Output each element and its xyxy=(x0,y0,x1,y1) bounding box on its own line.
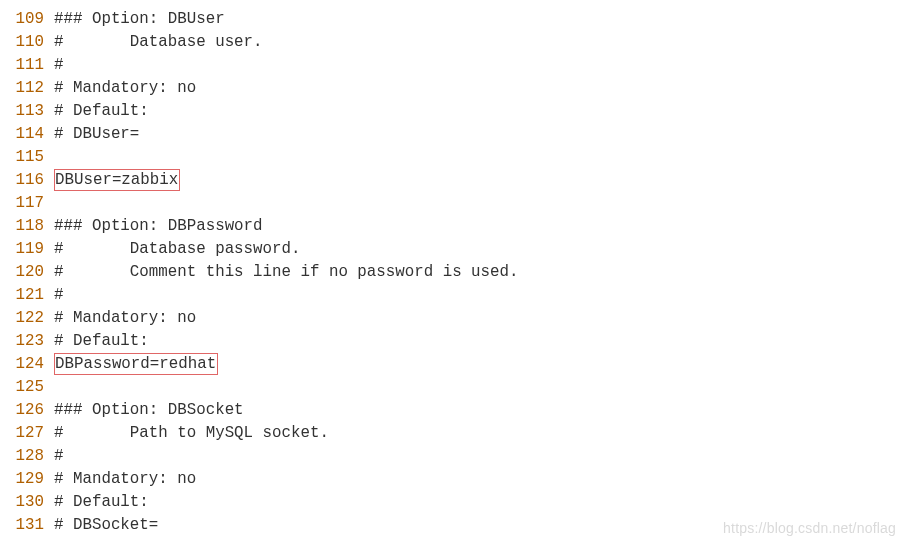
code-line: 117 xyxy=(0,192,908,215)
code-line: 130# Default: xyxy=(0,491,908,514)
code-line: 123# Default: xyxy=(0,330,908,353)
line-number: 110 xyxy=(0,31,54,54)
code-line: 119# Database password. xyxy=(0,238,908,261)
code-line: 126### Option: DBSocket xyxy=(0,399,908,422)
line-text: ### Option: DBSocket xyxy=(54,399,244,422)
line-text: ### Option: DBPassword xyxy=(54,215,263,238)
line-text: DBPassword=redhat xyxy=(54,353,218,376)
code-block: 109### Option: DBUser110# Database user.… xyxy=(0,0,908,537)
line-number: 123 xyxy=(0,330,54,353)
line-text: # Database user. xyxy=(54,31,263,54)
code-line: 111# xyxy=(0,54,908,77)
code-line: 112# Mandatory: no xyxy=(0,77,908,100)
code-line: 122# Mandatory: no xyxy=(0,307,908,330)
line-number: 112 xyxy=(0,77,54,100)
line-text: # Mandatory: no xyxy=(54,307,196,330)
line-number: 127 xyxy=(0,422,54,445)
line-text: # DBSocket= xyxy=(54,514,158,537)
code-line: 124DBPassword=redhat xyxy=(0,353,908,376)
line-number: 125 xyxy=(0,376,54,399)
line-number: 111 xyxy=(0,54,54,77)
line-text: # Path to MySQL socket. xyxy=(54,422,329,445)
line-text: # Mandatory: no xyxy=(54,468,196,491)
line-number: 119 xyxy=(0,238,54,261)
highlight-box: DBPassword=redhat xyxy=(54,353,218,375)
code-line: 109### Option: DBUser xyxy=(0,8,908,31)
line-number: 126 xyxy=(0,399,54,422)
line-text: ### Option: DBUser xyxy=(54,8,225,31)
line-text: # xyxy=(54,54,63,77)
line-number: 114 xyxy=(0,123,54,146)
line-number: 109 xyxy=(0,8,54,31)
code-line: 115 xyxy=(0,146,908,169)
line-text: # Default: xyxy=(54,330,149,353)
line-text: DBUser=zabbix xyxy=(54,169,180,192)
line-number: 131 xyxy=(0,514,54,537)
code-line: 113# Default: xyxy=(0,100,908,123)
code-line: 129# Mandatory: no xyxy=(0,468,908,491)
line-number: 129 xyxy=(0,468,54,491)
code-line: 118### Option: DBPassword xyxy=(0,215,908,238)
line-number: 113 xyxy=(0,100,54,123)
code-line: 127# Path to MySQL socket. xyxy=(0,422,908,445)
code-line: 125 xyxy=(0,376,908,399)
line-number: 117 xyxy=(0,192,54,215)
line-text: # Default: xyxy=(54,491,149,514)
code-line: 114# DBUser= xyxy=(0,123,908,146)
line-text: # Database password. xyxy=(54,238,300,261)
code-line: 121# xyxy=(0,284,908,307)
line-number: 118 xyxy=(0,215,54,238)
line-text: # DBUser= xyxy=(54,123,139,146)
line-text: # xyxy=(54,284,63,307)
code-line: 131# DBSocket= xyxy=(0,514,908,537)
line-number: 122 xyxy=(0,307,54,330)
line-number: 116 xyxy=(0,169,54,192)
line-number: 121 xyxy=(0,284,54,307)
line-text: # xyxy=(54,445,63,468)
line-number: 124 xyxy=(0,353,54,376)
code-line: 120# Comment this line if no password is… xyxy=(0,261,908,284)
code-line: 128# xyxy=(0,445,908,468)
line-text: # Comment this line if no password is us… xyxy=(54,261,519,284)
line-number: 115 xyxy=(0,146,54,169)
line-number: 120 xyxy=(0,261,54,284)
line-text: # Mandatory: no xyxy=(54,77,196,100)
line-number: 130 xyxy=(0,491,54,514)
code-line: 116DBUser=zabbix xyxy=(0,169,908,192)
highlight-box: DBUser=zabbix xyxy=(54,169,180,191)
line-text: # Default: xyxy=(54,100,149,123)
line-number: 128 xyxy=(0,445,54,468)
code-line: 110# Database user. xyxy=(0,31,908,54)
